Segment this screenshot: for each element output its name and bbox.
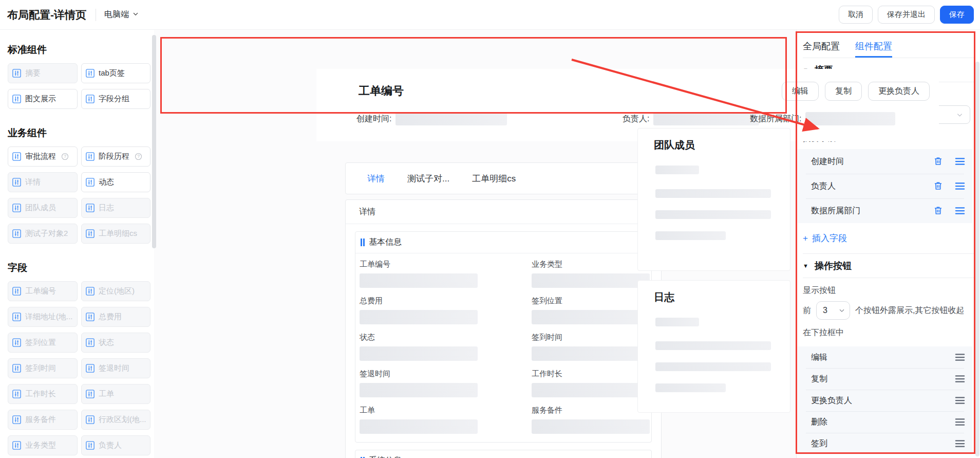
component-item[interactable]: 审批流程? bbox=[8, 146, 78, 167]
device-selector[interactable]: 电脑端 bbox=[104, 9, 139, 20]
count-prefix: 前 bbox=[803, 303, 811, 318]
divider bbox=[803, 278, 975, 278]
detail-field: 总费用 bbox=[360, 296, 532, 324]
sidebar-scrollbar[interactable] bbox=[152, 35, 156, 248]
delete-field-icon[interactable] bbox=[933, 206, 943, 217]
action-button-row[interactable]: 更换负责人 bbox=[798, 390, 972, 411]
chevron-down-icon bbox=[132, 10, 139, 20]
component-label: 动态 bbox=[99, 177, 114, 187]
drag-handle-icon[interactable] bbox=[955, 206, 965, 217]
detail-field-label: 签退时间 bbox=[360, 369, 532, 379]
component-icon bbox=[12, 441, 21, 450]
button-count-select[interactable]: 3 bbox=[816, 301, 850, 320]
drag-handle-icon[interactable] bbox=[955, 417, 965, 429]
action-buttons-section-header[interactable]: ▼ 操作按钮 bbox=[803, 254, 980, 278]
component-item[interactable]: 图文展示 bbox=[8, 89, 78, 109]
component-item: 日志 bbox=[81, 198, 150, 218]
button-count-value: 3 bbox=[823, 303, 827, 318]
component-icon bbox=[86, 178, 95, 187]
component-label: 日志 bbox=[99, 203, 114, 213]
field-label: 服务备件 bbox=[25, 415, 56, 425]
field-label: 状态 bbox=[99, 338, 114, 347]
component-item[interactable]: 动态 bbox=[81, 172, 150, 192]
team-members-title: 团队成员 bbox=[654, 138, 790, 152]
delete-field-icon[interactable] bbox=[933, 181, 943, 193]
value-placeholder bbox=[532, 346, 650, 361]
system-info-title: 系统信息 bbox=[369, 455, 402, 458]
value-placeholder bbox=[360, 383, 478, 397]
summary-field-name: 创建时间 bbox=[811, 156, 844, 167]
component-icon bbox=[86, 69, 95, 78]
detail-field: 服务备件 bbox=[532, 406, 650, 434]
tab-test-subobject[interactable]: 测试子对... bbox=[407, 173, 449, 185]
help-icon[interactable]: ? bbox=[135, 153, 142, 160]
detail-component[interactable]: 详情 基本信息 工单编号 业务类型 总费用 签到位置 状态 签到时间 签退时间 … bbox=[345, 199, 662, 458]
edit-button[interactable]: 编辑 bbox=[782, 82, 819, 101]
summary-field-name: 负责人 bbox=[811, 181, 836, 192]
save-button[interactable]: 保存 bbox=[940, 6, 974, 24]
drag-handle-icon[interactable] bbox=[955, 374, 965, 386]
component-label: 工单明细cs bbox=[99, 229, 137, 239]
tab-global-config[interactable]: 全局配置 bbox=[803, 40, 840, 58]
component-icon bbox=[12, 338, 21, 347]
summary-component[interactable]: 工单编号 编辑 复制 更换负责人 创建时间: 负责人: 数据所属部门: bbox=[316, 69, 939, 141]
tab-detail[interactable]: 详情 bbox=[367, 173, 385, 185]
summary-field-name: 数据所属部门 bbox=[811, 206, 860, 216]
field-label: 行政区划(地... bbox=[99, 415, 146, 425]
collapse-triangle-icon: ▼ bbox=[803, 263, 808, 269]
field-label: 定位(地区) bbox=[99, 286, 135, 296]
fields-grid: 工单编号 定位(地区) 详细地址(地... 总费用 签到位置 状态 签到时间 签… bbox=[8, 281, 154, 455]
drag-handle-icon[interactable] bbox=[955, 396, 965, 407]
component-item: 团队成员 bbox=[8, 198, 78, 218]
team-members-component[interactable]: 团队成员 bbox=[637, 128, 790, 271]
component-item[interactable]: 阶段历程? bbox=[81, 146, 150, 167]
summary-field-row[interactable]: 负责人 bbox=[798, 174, 972, 198]
component-icon bbox=[12, 204, 21, 212]
component-icon bbox=[12, 287, 21, 296]
action-button-row[interactable]: 删除 bbox=[798, 411, 972, 433]
detail-field-label: 状态 bbox=[360, 333, 532, 342]
detail-field-label: 总费用 bbox=[360, 296, 532, 306]
change-owner-button[interactable]: 更换负责人 bbox=[868, 82, 930, 101]
field-label: 工单编号 bbox=[25, 286, 56, 296]
value-placeholder bbox=[360, 346, 478, 361]
tab-workorder-detail-cs[interactable]: 工单明细cs bbox=[472, 173, 516, 185]
action-buttons-list: 编辑 复制 更换负责人 删除 签到 bbox=[798, 346, 972, 454]
action-button-row[interactable]: 签到 bbox=[798, 433, 972, 454]
drag-handle-icon[interactable] bbox=[955, 353, 965, 364]
value-placeholder bbox=[655, 383, 726, 392]
delete-field-icon[interactable] bbox=[933, 156, 943, 168]
detail-field-label: 业务类型 bbox=[532, 260, 650, 269]
chevron-down-icon bbox=[838, 307, 845, 314]
field-item: 定位(地区) bbox=[81, 281, 150, 301]
component-item[interactable]: 字段分组 bbox=[81, 89, 150, 109]
component-icon bbox=[86, 364, 95, 373]
field-item: 工单 bbox=[81, 384, 150, 404]
component-icon bbox=[86, 441, 95, 450]
save-and-exit-button[interactable]: 保存并退出 bbox=[878, 6, 935, 24]
tab-component-config[interactable]: 组件配置 bbox=[855, 40, 892, 58]
system-info-header: 系统信息 bbox=[355, 450, 651, 458]
help-icon[interactable]: ? bbox=[61, 153, 69, 160]
chevron-down-icon bbox=[956, 111, 964, 119]
component-icon bbox=[86, 229, 95, 238]
log-component[interactable]: 日志 bbox=[637, 280, 790, 413]
log-placeholder bbox=[655, 318, 790, 392]
copy-button[interactable]: 复制 bbox=[825, 82, 862, 101]
value-placeholder bbox=[655, 318, 699, 326]
component-item[interactable]: tab页签 bbox=[81, 63, 150, 83]
summary-field-row[interactable]: 创建时间 bbox=[798, 149, 972, 174]
insert-field-button[interactable]: + 插入字段 bbox=[803, 232, 980, 244]
action-button-row[interactable]: 编辑 bbox=[798, 346, 972, 368]
action-button-name: 签到 bbox=[811, 438, 827, 449]
summary-field-row[interactable]: 数据所属部门 bbox=[798, 198, 972, 223]
field-item: 业务类型 bbox=[8, 435, 78, 455]
cancel-button[interactable]: 取消 bbox=[839, 6, 873, 24]
layout-canvas: 工单编号 编辑 复制 更换负责人 创建时间: 负责人: 数据所属部门: 详情 测… bbox=[154, 30, 796, 458]
drag-handle-icon[interactable] bbox=[955, 181, 965, 193]
count-suffix-2: 在下拉框中 bbox=[803, 325, 844, 340]
action-button-row[interactable]: 复制 bbox=[798, 368, 972, 390]
panel-scrollbar[interactable] bbox=[975, 62, 979, 456]
drag-handle-icon[interactable] bbox=[955, 157, 965, 168]
drag-handle-icon[interactable] bbox=[955, 439, 965, 450]
